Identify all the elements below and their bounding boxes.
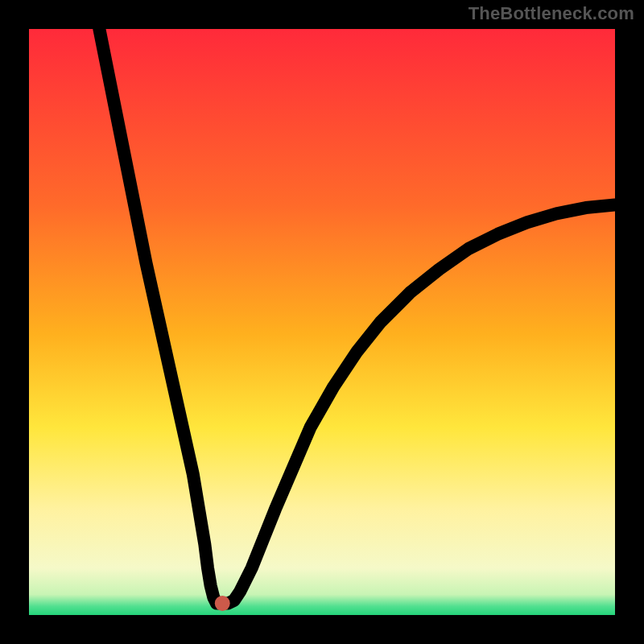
chart-frame: TheBottleneck.com [0, 0, 644, 644]
marker-dot [215, 596, 230, 611]
watermark-text: TheBottleneck.com [469, 3, 634, 24]
plot-area [29, 29, 615, 615]
plot-svg [29, 29, 615, 615]
